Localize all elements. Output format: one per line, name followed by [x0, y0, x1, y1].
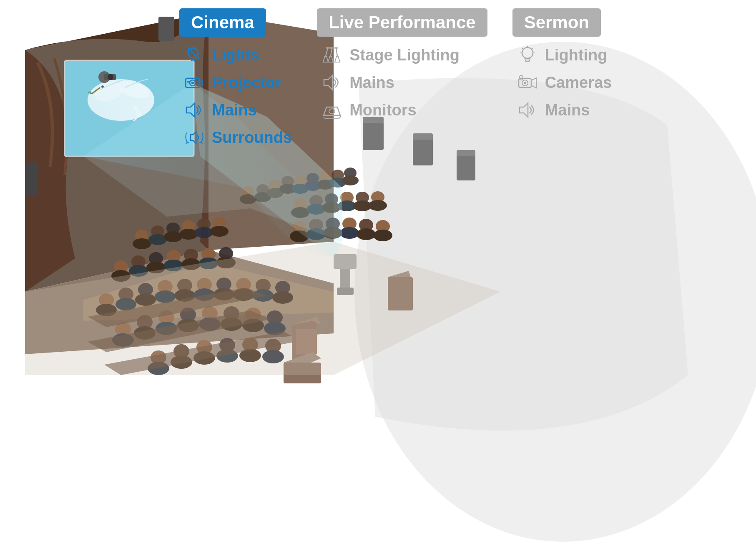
sermon-mains-item[interactable]: Mains: [517, 99, 612, 121]
svg-point-71: [369, 200, 387, 211]
svg-marker-176: [191, 132, 196, 143]
camera-icon: [517, 72, 538, 93]
svg-line-193: [522, 48, 523, 49]
svg-line-180: [336, 48, 337, 56]
stage-lighting-icon: [321, 44, 343, 66]
svg-marker-184: [324, 75, 332, 90]
svg-marker-183: [335, 56, 340, 62]
cameras-item[interactable]: Cameras: [517, 72, 612, 93]
svg-line-178: [326, 48, 328, 56]
svg-line-179: [331, 48, 332, 56]
cinema-lights-label: Lights: [212, 46, 259, 64]
cinema-lights-item[interactable]: Lights: [183, 44, 292, 66]
ui-panels-overlay: Cinema Lights: [179, 8, 613, 148]
cinema-projector-item[interactable]: Projector: [183, 72, 292, 93]
live-performance-panel: Live Performance Stage: [317, 8, 487, 121]
svg-point-199: [524, 82, 526, 84]
stage-lighting-item[interactable]: Stage Lighting: [321, 44, 460, 66]
sermon-lighting-item[interactable]: Lighting: [517, 44, 612, 66]
svg-line-168: [196, 49, 197, 50]
lp-speaker-icon: [321, 72, 343, 93]
svg-point-93: [340, 227, 359, 239]
svg-rect-191: [525, 60, 530, 61]
cinema-surrounds-label: Surrounds: [212, 129, 292, 147]
lp-mains-label: Mains: [349, 74, 394, 92]
svg-point-189: [522, 48, 533, 58]
svg-rect-164: [191, 60, 195, 61]
cinema-surrounds-item[interactable]: Surrounds: [183, 127, 292, 148]
svg-point-29: [108, 74, 113, 80]
cameras-label: Cameras: [545, 74, 612, 92]
svg-line-194: [532, 48, 533, 49]
speaker-surrounds-icon: [183, 127, 205, 148]
monitors-item[interactable]: Monitors: [321, 99, 460, 121]
svg-point-47: [342, 175, 359, 185]
monitors-label: Monitors: [349, 101, 416, 119]
svg-point-55: [179, 229, 198, 240]
svg-point-171: [191, 82, 194, 84]
bulb-icon: [517, 44, 538, 66]
cinema-mains-label: Mains: [212, 101, 257, 119]
sermon-header[interactable]: Sermon: [512, 8, 601, 37]
svg-point-57: [195, 227, 213, 238]
speaker-mains-icon: [183, 99, 205, 121]
cinema-mains-item[interactable]: Mains: [183, 99, 292, 121]
svg-marker-182: [328, 56, 333, 62]
lights-icon: [183, 44, 205, 66]
svg-point-187: [329, 109, 335, 114]
svg-rect-20: [158, 17, 174, 41]
svg-point-53: [164, 231, 182, 242]
svg-point-59: [210, 226, 229, 237]
svg-rect-19: [26, 177, 38, 196]
sermon-items: Lighting Cameras: [512, 44, 612, 121]
live-performance-items: Stage Lighting Mains: [317, 44, 460, 121]
sermon-speaker-icon: [517, 99, 538, 121]
stage-lighting-label: Stage Lighting: [349, 46, 460, 64]
svg-marker-181: [323, 56, 328, 62]
svg-point-49: [133, 238, 151, 249]
svg-marker-175: [186, 103, 195, 117]
svg-point-97: [373, 230, 392, 241]
svg-marker-200: [531, 78, 536, 88]
sermon-mains-label: Mains: [545, 101, 590, 119]
cinema-header[interactable]: Cinema: [179, 8, 266, 37]
cinema-items: Lights Projector: [179, 44, 292, 148]
cinema-projector-label: Projector: [212, 74, 281, 92]
sermon-lighting-label: Lighting: [545, 46, 608, 64]
lp-mains-item[interactable]: Mains: [321, 72, 460, 93]
svg-marker-202: [520, 103, 528, 117]
projector-icon: [183, 72, 205, 93]
cinema-panel: Cinema Lights: [179, 8, 292, 148]
sermon-panel: Sermon Lighting: [512, 8, 613, 121]
svg-rect-26: [457, 156, 475, 180]
svg-point-95: [357, 228, 376, 240]
live-performance-header[interactable]: Live Performance: [317, 8, 487, 37]
monitors-icon: [321, 99, 343, 121]
